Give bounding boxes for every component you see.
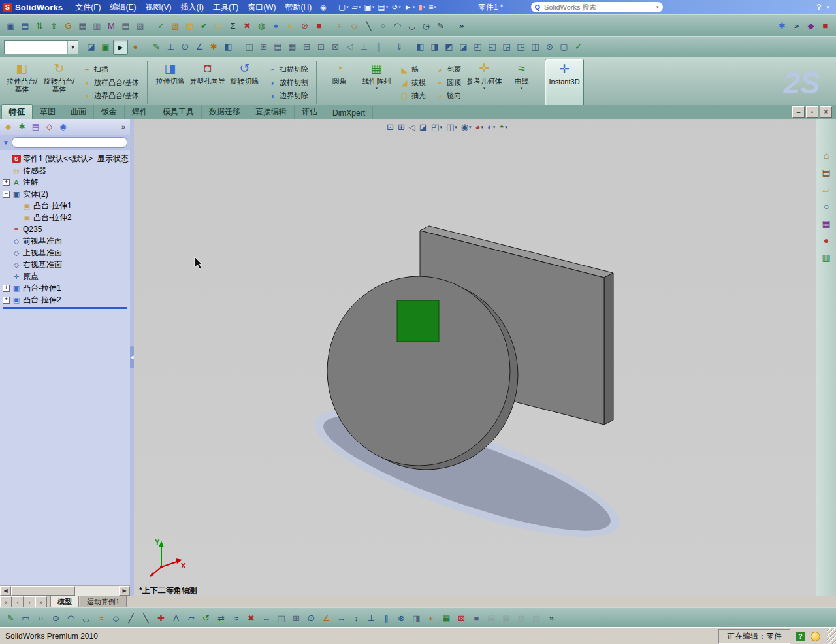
menu-view[interactable]: 视图(V) (141, 1, 176, 14)
file-explorer-icon[interactable]: ▱ (819, 182, 833, 197)
menu-tools[interactable]: 工具(T) (208, 1, 243, 14)
parallel-relation-icon[interactable]: ∥ (379, 611, 393, 625)
view-palette-icon[interactable]: ▦ (819, 216, 833, 231)
search-icon[interactable]: ○ (819, 199, 833, 214)
menu-file[interactable]: 文件(F) (71, 1, 105, 14)
featuremanager-tab-icon[interactable]: ◆ (2, 121, 14, 133)
balloon-icon[interactable]: ◎ (212, 19, 225, 33)
scroll-right-button[interactable]: › (24, 596, 35, 608)
scroll-thumb[interactable] (11, 586, 75, 596)
no-entry-icon[interactable]: ⊘ (298, 19, 312, 33)
disabled-tool-2-icon[interactable]: ▦ (500, 611, 513, 625)
view-dimetric-cube-icon[interactable]: ◳ (514, 40, 528, 54)
add-relation-icon[interactable]: ⊥ (164, 40, 178, 54)
circle-icon[interactable]: ○ (34, 611, 48, 625)
view-back-cube-icon[interactable]: ◨ (428, 40, 442, 54)
check-model-icon[interactable]: ✔ (197, 19, 211, 33)
zoom-area-icon[interactable]: ⊞▾ (396, 121, 406, 133)
split-window-icon[interactable]: ◫ (242, 40, 256, 54)
menu-insert[interactable]: 插入(I) (176, 1, 208, 14)
rib-button[interactable]: ◣ 筋 (398, 63, 428, 76)
toolbox-icon[interactable]: ◆ (804, 19, 818, 33)
perpendicular-relation-icon[interactable]: ⊥ (364, 611, 378, 625)
point-diamond-icon[interactable]: ◇ (347, 19, 361, 33)
perimeter-circle-icon[interactable]: ⊙ (49, 611, 63, 625)
dome-button[interactable]: ◓ 圆顶 (433, 76, 463, 89)
search-input[interactable] (543, 3, 656, 12)
publish-icon[interactable]: ⇧ (47, 19, 61, 33)
solidworks-resources-icon[interactable]: ⌂ (819, 148, 833, 163)
smart-dimension-icon[interactable]: ∅ (178, 40, 192, 54)
tree-expander[interactable]: − (3, 191, 10, 198)
more-tools-chevron[interactable]: » (455, 19, 468, 33)
design-library-icon[interactable]: ▤ (819, 165, 833, 180)
exit-app-icon[interactable]: ■ (818, 19, 832, 33)
view-trimetric-cube-icon[interactable]: ◫ (528, 40, 542, 54)
model-canvas[interactable]: Y X (134, 119, 816, 596)
tree-item-sensors[interactable]: ◎ 传感器 (1, 165, 130, 176)
tree-item-solid-bodies[interactable]: − ▣ 实体(2) (1, 188, 130, 200)
tab-data-migration[interactable]: 数据迁移 (202, 105, 248, 119)
mirror-button[interactable]: ◑ 镜向 (433, 89, 463, 102)
view-orientation-icon[interactable]: ◰▾ (430, 121, 443, 133)
format-icon[interactable]: ▧ (169, 19, 182, 33)
scroll-left-button[interactable]: ‹ (12, 596, 24, 608)
instant3d-button[interactable]: ✛ Instant3D (545, 59, 584, 106)
viewport-icon[interactable]: ▣ (99, 40, 112, 54)
menu-help[interactable]: 帮助(H) (281, 1, 317, 14)
minimize-button[interactable]: – (792, 106, 805, 118)
disabled-tool-3-icon[interactable]: ▧ (515, 611, 528, 625)
tree-filter-input[interactable] (12, 137, 127, 148)
view-top-cube-icon[interactable]: ◰ (471, 40, 485, 54)
angle-dimension-icon[interactable]: ∠ (319, 611, 333, 625)
titlebar-more-icon[interactable]: ▾ (826, 4, 829, 10)
cancel-icon[interactable]: ✖ (240, 19, 254, 33)
extruded-cut-button[interactable]: ◨ 拉伸切除 ▾ (152, 59, 188, 106)
hide-show-items-icon[interactable]: ◉▾ (460, 121, 473, 133)
trim-entities-icon[interactable]: ✖ (244, 611, 258, 625)
magic-wand-icon[interactable]: ✓ (571, 40, 585, 54)
wrap-button[interactable]: ◕ 包覆 (433, 63, 463, 76)
hatch-icon[interactable]: ▨ (133, 19, 147, 33)
tree-expander[interactable]: + (3, 285, 10, 292)
angle-dim-icon[interactable]: ∠ (193, 40, 206, 54)
apply-scene-icon[interactable]: ◐▾ (486, 121, 496, 133)
view-iso-cube-icon[interactable]: ◲ (500, 40, 513, 54)
rectangle-icon[interactable]: ▭ (19, 611, 33, 625)
tab-direct-editing[interactable]: 直接编辑 (248, 105, 295, 119)
edit-appearance-icon[interactable]: ◕▾ (474, 121, 485, 133)
appearances-icon[interactable]: ● (819, 233, 833, 248)
arc-icon[interactable]: ◠ (64, 611, 78, 625)
cascade-icon[interactable]: ▤ (271, 40, 285, 54)
view-left-cube-icon[interactable]: ◩ (442, 40, 456, 54)
shaded-sketch-icon[interactable]: ◐ (425, 611, 438, 625)
line-tool-icon[interactable]: ╲ (362, 19, 376, 33)
shell-button[interactable]: ▢ 抽壳 (398, 89, 428, 102)
point-icon[interactable]: ✚ (154, 611, 168, 625)
displaymanager-tab-icon[interactable]: ◉ (57, 121, 69, 133)
weld-table-icon[interactable]: ▦ (183, 19, 197, 33)
tree-item-material[interactable]: ≡ Q235 (1, 223, 130, 235)
centerline-icon[interactable]: ╲ (139, 611, 153, 625)
previous-view-icon[interactable]: ◁▾ (408, 121, 417, 133)
dimxpertmanager-tab-icon[interactable]: ◇ (43, 121, 56, 133)
scroll-right-icon[interactable]: ▶ (119, 586, 130, 596)
polygon-icon[interactable]: ◇ (109, 611, 123, 625)
boundary-boss-button[interactable]: ◖ 边界凸台/基体 (80, 89, 141, 102)
plane-icon[interactable]: ▱ (184, 611, 198, 625)
tab-weldments[interactable]: 焊件 (125, 105, 155, 119)
fillet-button[interactable]: ◔ 圆角 ▾ (321, 59, 357, 106)
tree-item-boss-extrude1[interactable]: + ▣ 凸台-拉伸1 (1, 282, 130, 294)
smart-dimension-icon[interactable]: ∅ (304, 611, 318, 625)
boundary-cut-button[interactable]: ◖ 边界切除 (266, 89, 310, 102)
select-cursor-icon[interactable]: ► (113, 40, 128, 55)
spline-icon[interactable]: ≈ (94, 611, 108, 625)
tree-item-boss-extrude1-body[interactable]: ▣ 凸台-拉伸1 (1, 200, 130, 212)
panel-more-chevron[interactable]: » (119, 123, 128, 131)
orb-icon[interactable]: ● (129, 40, 142, 54)
linear-sketch-pattern-icon[interactable]: ⊞ (289, 611, 303, 625)
horizontal-relation-icon[interactable]: ↔ (334, 611, 348, 625)
combo-dropdown-icon[interactable]: ▾ (67, 41, 78, 54)
tab-sketch[interactable]: 草图 (33, 105, 63, 119)
search-dropdown-icon[interactable]: ▾ (656, 5, 659, 10)
